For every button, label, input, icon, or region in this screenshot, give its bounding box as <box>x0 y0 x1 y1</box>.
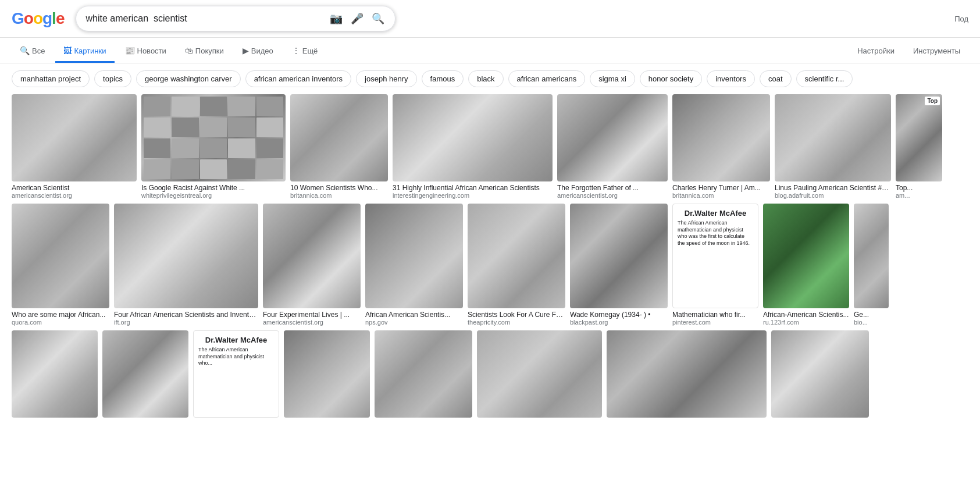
header-right: Под <box>954 15 968 23</box>
card-url: am... <box>896 192 942 199</box>
image-card[interactable] <box>477 330 602 418</box>
filter-topics[interactable]: topics <box>94 70 131 87</box>
filter-coat[interactable]: coat <box>760 70 792 87</box>
card-url: americanscientist.org <box>12 192 137 199</box>
card-url: ru.123rf.com <box>763 319 849 326</box>
images-icon: 🖼 <box>63 46 72 55</box>
card-title: Charles Henry Turner | Am... <box>672 184 770 192</box>
news-icon: 📰 <box>125 46 135 55</box>
filter-scientific-r[interactable]: scientific r... <box>796 70 853 87</box>
image-row-1: American Scientist americanscientist.org <box>12 94 968 199</box>
card-title: The Forgotten Father of ... <box>557 184 668 192</box>
filter-black[interactable]: black <box>468 70 503 87</box>
card-url: blog.adafruit.com <box>775 192 891 199</box>
card-title: Ge... <box>854 311 889 319</box>
card-title: Four African American Scientists and Inv… <box>114 311 258 319</box>
image-card[interactable]: African-American Scientis... ru.123rf.co… <box>763 204 849 326</box>
filter-sigma-xi[interactable]: sigma xi <box>590 70 635 87</box>
tab-images[interactable]: 🖼 Картинки <box>55 40 114 63</box>
search-input[interactable] <box>85 13 323 24</box>
image-card[interactable]: The Forgotten Father of ... americanscie… <box>557 94 668 199</box>
video-icon: ▶ <box>243 46 249 55</box>
shopping-icon: 🛍 <box>185 46 193 55</box>
image-card[interactable]: 31 Highly Influential African American S… <box>393 94 553 199</box>
filter-famous[interactable]: famous <box>422 70 464 87</box>
tab-tools[interactable]: Инструменты <box>905 41 968 63</box>
tab-news-label: Новости <box>137 47 166 55</box>
card-title: Is Google Racist Against White ... <box>141 184 286 192</box>
card-url: whiteprivilegeisntreal.org <box>141 192 286 199</box>
image-card[interactable] <box>771 330 869 418</box>
card-url: quora.com <box>12 319 109 326</box>
tab-video[interactable]: ▶ Видео <box>234 40 281 63</box>
card-url: ift.org <box>114 319 258 326</box>
search-bar: 📷 🎤 🔍 <box>76 6 395 31</box>
image-row-3: Dr.Walter McAfee The African American ma… <box>12 330 968 418</box>
tab-news[interactable]: 📰 Новости <box>117 40 174 63</box>
search-icon[interactable]: 🔍 <box>370 11 386 26</box>
image-card[interactable]: 10 Women Scientists Who... britannica.co… <box>290 94 388 199</box>
image-card[interactable]: Scientists Look For A Cure For Political… <box>468 204 565 326</box>
card-url: americanscientist.org <box>557 192 668 199</box>
tab-settings[interactable]: Настройки <box>849 41 903 63</box>
google-logo[interactable]: Google <box>12 9 64 28</box>
tab-more-label: Ещё <box>302 47 318 55</box>
image-row-2: Who are some major African... quora.com … <box>12 204 968 326</box>
card-title: American Scientist <box>12 184 137 192</box>
image-card[interactable]: African American Scientis... nps.gov <box>365 204 463 326</box>
filter-manhattan-project[interactable]: manhattan project <box>12 70 90 87</box>
mcafee-name: Dr.Walter McAfee <box>685 209 746 218</box>
image-card[interactable] <box>284 330 370 418</box>
image-card-mcafee[interactable]: Dr.Walter McAfee The African American ma… <box>672 204 758 326</box>
image-card-mcafee-2[interactable]: Dr.Walter McAfee The African American ma… <box>193 330 279 418</box>
tab-all[interactable]: 🔍 Все <box>12 40 53 63</box>
nav-tabs: 🔍 Все 🖼 Картинки 📰 Новости 🛍 Покупки ▶ В… <box>0 38 980 63</box>
tab-images-label: Картинки <box>74 47 106 55</box>
image-card[interactable] <box>102 330 188 418</box>
more-icon: ⋮ <box>292 46 300 55</box>
mcafee-name-2: Dr.Walter McAfee <box>205 336 267 344</box>
image-card[interactable]: Linus Pauling American Scientist #Linus.… <box>775 94 891 199</box>
filter-african-american-inventors[interactable]: african american inventors <box>245 70 351 87</box>
filter-joseph-henry[interactable]: joseph henry <box>356 70 416 87</box>
card-title: Scientists Look For A Cure For Political… <box>468 311 565 319</box>
camera-icon[interactable]: 📷 <box>329 11 344 26</box>
search-icon: 🔍 <box>20 46 30 55</box>
filter-inventors[interactable]: inventors <box>707 70 755 87</box>
card-title: African American Scientis... <box>365 311 463 319</box>
microphone-icon[interactable]: 🎤 <box>350 11 365 26</box>
image-card[interactable] <box>12 330 98 418</box>
mcafee-description: The African American mathematician and p… <box>678 220 753 247</box>
image-card[interactable]: Wade Kornegay (1934- ) • blackpast.org <box>570 204 668 326</box>
card-url: bio... <box>854 319 889 326</box>
image-card-partial[interactable]: Top Top... am... <box>896 94 942 199</box>
tab-settings-label: Настройки <box>857 47 895 55</box>
image-card[interactable] <box>607 330 767 418</box>
image-card-partial[interactable]: Ge... bio... <box>854 204 889 326</box>
card-url: nps.gov <box>365 319 463 326</box>
image-card[interactable]: American Scientist americanscientist.org <box>12 94 137 199</box>
image-grid: American Scientist americanscientist.org <box>0 94 980 418</box>
tab-shopping[interactable]: 🛍 Покупки <box>177 40 232 63</box>
image-card[interactable] <box>375 330 472 418</box>
card-url: interestingengineering.com <box>393 192 553 199</box>
image-card[interactable]: Charles Henry Turner | Am... britannica.… <box>672 94 770 199</box>
tab-more[interactable]: ⋮ Ещё <box>284 40 326 63</box>
card-title: Mathematician who fir... <box>672 311 758 319</box>
card-url: pinterest.com <box>672 319 758 326</box>
filter-george-washington-carver[interactable]: george washington carver <box>136 70 241 87</box>
tab-tools-label: Инструменты <box>913 47 960 55</box>
filters-bar: manhattan project topics george washingt… <box>0 63 980 94</box>
card-url: americanscientist.org <box>263 319 361 326</box>
filter-african-americans[interactable]: african americans <box>508 70 586 87</box>
header-right-label: Под <box>954 15 968 23</box>
card-title: Four Experimental Lives | ... <box>263 311 361 319</box>
filter-honor-society[interactable]: honor society <box>640 70 702 87</box>
image-card[interactable]: Is Google Racist Against White ... white… <box>141 94 286 199</box>
image-card[interactable]: Four Experimental Lives | ... americansc… <box>263 204 361 326</box>
card-title: African-American Scientis... <box>763 311 849 319</box>
image-card[interactable]: Four African American Scientists and Inv… <box>114 204 258 326</box>
card-title: Wade Kornegay (1934- ) • <box>570 311 668 319</box>
image-card[interactable]: Who are some major African... quora.com <box>12 204 109 326</box>
card-title: 31 Highly Influential African American S… <box>393 184 553 192</box>
